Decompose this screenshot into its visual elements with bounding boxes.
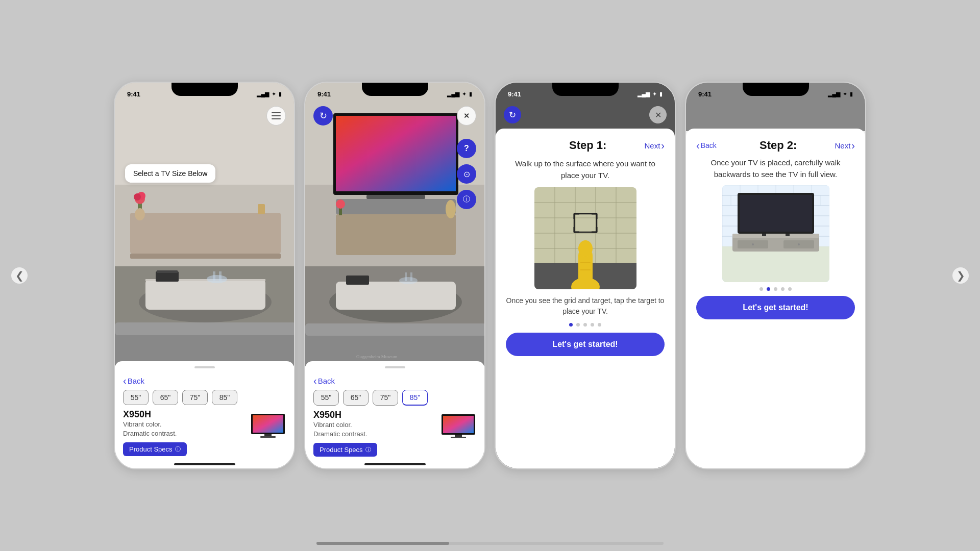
hamburger-icon <box>270 111 282 121</box>
svg-point-74 <box>578 240 593 257</box>
dot-0-4 <box>760 287 763 291</box>
room-scene-1 <box>115 83 294 366</box>
dot-4-3 <box>598 323 601 327</box>
next-button-4[interactable]: Next <box>835 140 855 151</box>
svg-rect-44 <box>410 272 412 281</box>
svg-rect-26 <box>260 436 276 438</box>
horizontal-scrollbar-thumb[interactable] <box>316 542 449 545</box>
svg-rect-41 <box>346 276 369 285</box>
tutorial-desc-4: Once your TV is placed, carefully walk b… <box>696 157 855 180</box>
signal-icons-4: ▂▄▆ ✦ ▮ <box>828 91 853 97</box>
time-1: 9:41 <box>127 90 140 98</box>
time-2: 9:41 <box>317 90 331 98</box>
svg-rect-105 <box>740 195 812 232</box>
close-icon-3: ✕ <box>655 110 662 120</box>
wifi-icon-2: ✦ <box>462 91 467 97</box>
signal-icon: ▂▄▆ <box>257 91 269 97</box>
product-specs-btn-1[interactable]: Product Specs ⓘ <box>123 442 187 456</box>
svg-rect-52 <box>451 437 466 438</box>
svg-rect-21 <box>115 322 294 335</box>
product-desc2-1: Dramatic contrast. <box>123 429 177 438</box>
signal-icon-2: ▂▄▆ <box>447 91 459 97</box>
back-link-1[interactable]: Back <box>123 375 286 386</box>
product-text-2: X950H Vibrant color. Dramatic contrast. <box>313 410 367 439</box>
size-65-2[interactable]: 65" <box>343 390 369 406</box>
info-button-2[interactable]: ⓘ <box>457 190 476 209</box>
menu-button-1[interactable] <box>266 106 286 126</box>
notch-3 <box>552 83 619 96</box>
svg-rect-3 <box>130 213 281 254</box>
svg-point-9 <box>135 208 145 220</box>
size-55-1[interactable]: 55" <box>123 390 149 405</box>
next-button-3[interactable]: Next <box>644 140 665 151</box>
phone-1: 9:41 ▂▄▆ ✦ ▮ <box>114 82 295 469</box>
svg-point-8 <box>134 193 141 201</box>
size-55-2[interactable]: 55" <box>313 390 339 406</box>
phones-container: 9:41 ▂▄▆ ✦ ▮ <box>114 82 866 469</box>
tutorial-header-4: Back Step 2: Next <box>696 139 855 152</box>
size-65-1[interactable]: 65" <box>153 390 178 405</box>
product-info-2: X950H Vibrant color. Dramatic contrast. <box>313 410 476 439</box>
back-link-2[interactable]: Back <box>313 375 476 386</box>
svg-text:Guggenheim Museum: Guggenheim Museum <box>356 354 397 359</box>
svg-rect-12 <box>145 279 265 310</box>
svg-rect-10 <box>258 204 265 214</box>
battery-icon-4: ▮ <box>850 91 853 97</box>
refresh-button-2[interactable]: ↻ <box>313 106 333 126</box>
size-75-2[interactable]: 75" <box>373 390 398 406</box>
tv-placement-svg <box>722 185 829 282</box>
cta-button-4[interactable]: Let's get started! <box>696 296 855 319</box>
tv-thumb-svg-1 <box>250 413 286 438</box>
product-name-1: X950H <box>123 409 177 420</box>
size-75-1[interactable]: 75" <box>182 390 208 405</box>
right-arrow-icon: ❯ <box>957 269 965 282</box>
product-name-2: X950H <box>313 410 367 420</box>
tutorial-image-4 <box>722 185 829 282</box>
product-text-1: X950H Vibrant color. Dramatic contrast. <box>123 409 177 438</box>
size-85-1[interactable]: 85" <box>212 390 237 405</box>
product-specs-btn-2[interactable]: Product Specs ⓘ <box>313 443 377 457</box>
tutorial-desc-3: Walk up to the surface where you want to… <box>506 158 665 181</box>
size-buttons-1: 55" 65" 75" 85" <box>123 390 286 405</box>
product-info-1: X950H Vibrant color. Dramatic contrast. <box>123 409 286 438</box>
wifi-icon-4: ✦ <box>843 91 847 97</box>
svg-point-42 <box>399 277 418 284</box>
product-desc1-1: Vibrant color. <box>123 420 177 429</box>
horizontal-scrollbar-track <box>316 542 664 545</box>
svg-rect-15 <box>157 270 178 273</box>
back-link-4[interactable]: Back <box>696 140 722 151</box>
dot-4-4 <box>788 287 792 291</box>
close-btn-3[interactable]: ✕ <box>649 106 667 123</box>
tooltip-text: Select a TV Size Below <box>133 169 207 178</box>
refresh-btn-3[interactable]: ↻ <box>504 106 521 123</box>
svg-rect-18 <box>219 271 222 281</box>
svg-rect-24 <box>253 415 283 433</box>
scroll-left-arrow[interactable]: ❮ <box>11 267 28 284</box>
svg-rect-47 <box>305 323 484 336</box>
info-icon-spec-2: ⓘ <box>365 446 371 454</box>
close-button-2[interactable]: ✕ <box>457 106 476 126</box>
svg-rect-17 <box>213 271 215 281</box>
home-indicator-2 <box>364 463 426 465</box>
time-4: 9:41 <box>698 90 712 98</box>
svg-rect-106 <box>762 234 766 236</box>
size-85-2[interactable]: 85" <box>402 390 428 406</box>
help-button-2[interactable]: ? <box>457 139 476 158</box>
svg-point-37 <box>336 199 345 209</box>
svg-rect-4 <box>130 254 281 259</box>
svg-rect-50 <box>443 416 474 433</box>
tutorial-modal-4: Back Step 2: Next Once your TV is placed… <box>686 129 865 468</box>
product-desc2-2: Dramatic contrast. <box>313 430 367 439</box>
scroll-right-arrow[interactable]: ❯ <box>952 267 969 284</box>
wifi-icon: ✦ <box>272 91 276 97</box>
camera-button-2[interactable]: ⊙ <box>457 164 476 184</box>
home-indicator-1 <box>174 463 235 465</box>
dot-2-3 <box>583 323 587 327</box>
dot-3-3 <box>591 323 594 327</box>
dot-3-4 <box>781 287 785 291</box>
info-icon-2: ⓘ <box>463 195 470 204</box>
signal-icon-4: ▂▄▆ <box>828 91 840 97</box>
cta-button-3[interactable]: Let's get started! <box>506 333 665 356</box>
svg-rect-33 <box>366 195 425 199</box>
refresh-icon-3: ↻ <box>509 110 516 120</box>
